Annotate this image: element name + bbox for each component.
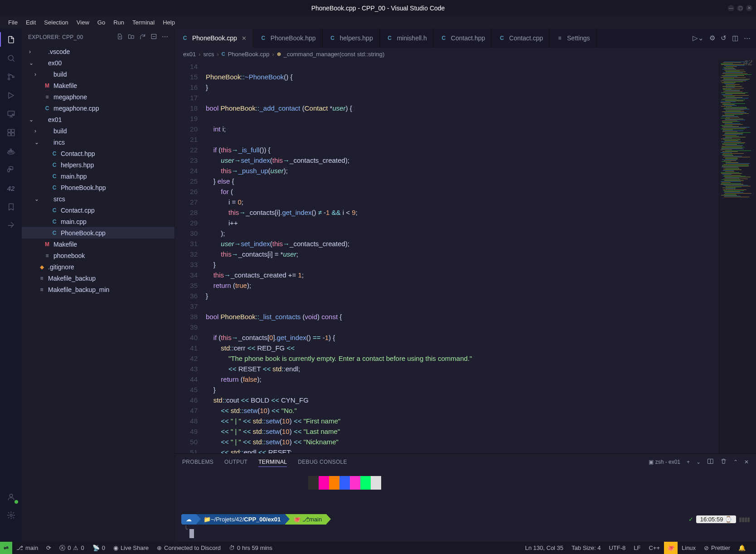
tree-item[interactable]: ›build — [22, 125, 174, 136]
tree-item[interactable]: ›build — [22, 68, 174, 80]
editor-tab[interactable]: Chelpers.hpp — [323, 29, 380, 48]
bc-seg[interactable]: _command_manager(const std::string) — [284, 51, 385, 58]
tree-item[interactable]: CPhoneBook.cpp — [22, 227, 174, 238]
menu-view[interactable]: View — [73, 18, 93, 27]
chevron-up-icon[interactable]: ⌃ — [733, 459, 738, 465]
trash-icon[interactable] — [720, 458, 727, 466]
editor-tab[interactable]: CPhoneBook.cpp✕ — [175, 29, 253, 48]
minimap[interactable]: 42 — [719, 60, 756, 453]
explorer-icon[interactable] — [5, 33, 17, 46]
close-button[interactable]: ✕ — [746, 5, 752, 11]
scm-icon[interactable] — [5, 70, 17, 83]
tab-size[interactable]: Tab Size: 4 — [567, 542, 605, 554]
tree-item[interactable]: ≡Makefile_backup — [22, 272, 174, 284]
tree-item[interactable]: Cmain.hpp — [22, 170, 174, 182]
tree-item[interactable]: MMakefile — [22, 238, 174, 250]
menu-go[interactable]: Go — [94, 18, 109, 27]
split-icon[interactable] — [707, 458, 714, 466]
problems-indicator[interactable]: ⓧ0⚠0 — [55, 542, 88, 554]
tree-item[interactable]: CPhoneBook.hpp — [22, 182, 174, 193]
docker-icon[interactable] — [5, 145, 17, 157]
menu-help[interactable]: Help — [159, 18, 179, 27]
close-panel-icon[interactable]: ✕ — [744, 459, 749, 465]
more-icon[interactable]: ⋯ — [162, 33, 168, 41]
tree-item[interactable]: ≡megaphone — [22, 91, 174, 102]
panel-terminal[interactable]: TERMINAL — [258, 459, 287, 467]
bc-seg[interactable]: PhoneBook.cpp — [228, 51, 270, 58]
remote-explorer-icon[interactable] — [5, 107, 17, 120]
forty-two-icon[interactable]: 42 — [5, 182, 17, 194]
code-editor[interactable]: 1415161718192021222324252627282930313233… — [175, 60, 756, 453]
tree-item[interactable]: CContact.hpp — [22, 148, 174, 159]
terminal-prompt[interactable]: ☁ 📁 ~/Projets/42/CPP_00/ex01 🐙 ⎇ main ✓ … — [181, 514, 750, 525]
minimize-button[interactable]: — — [728, 5, 734, 11]
refresh-icon[interactable] — [139, 33, 146, 41]
accounts-icon[interactable] — [5, 490, 17, 503]
tree-item[interactable]: CContact.cpp — [22, 204, 174, 216]
tree-item[interactable]: ≡phonebook — [22, 250, 174, 261]
tree-item[interactable]: Chelpers.hpp — [22, 159, 174, 170]
panel-debug[interactable]: DEBUG CONSOLE — [298, 459, 347, 465]
remote-indicator[interactable]: ⇌ — [0, 542, 12, 554]
settings-icon[interactable] — [5, 509, 17, 521]
tree-item[interactable]: ◆.gitignore — [22, 261, 174, 272]
ports-indicator[interactable]: 📡0 — [88, 542, 109, 554]
tree-item[interactable]: ›.vscode — [22, 46, 174, 57]
editor-tab[interactable]: Cminishell.h — [380, 29, 434, 48]
sync-button[interactable]: ⟳ — [42, 542, 55, 554]
tree-item[interactable]: ⌄srcs — [22, 193, 174, 204]
debug-icon[interactable] — [5, 89, 17, 102]
tree-item[interactable]: MMakefile — [22, 80, 174, 91]
branch-indicator[interactable]: ⎇main — [12, 542, 42, 554]
copilot-indicator[interactable]: 🐙 — [664, 542, 678, 554]
menu-file[interactable]: File — [5, 18, 21, 27]
language-mode[interactable]: C++ — [645, 542, 664, 554]
menu-edit[interactable]: Edit — [22, 18, 39, 27]
editor-tab[interactable]: CPhoneBook.hpp — [253, 29, 323, 48]
menu-run[interactable]: Run — [110, 18, 128, 27]
file-tree[interactable]: ›.vscode⌄ex00›buildMMakefile≡megaphoneCm… — [22, 46, 174, 542]
menu-terminal[interactable]: Terminal — [129, 18, 158, 27]
extensions-icon[interactable] — [5, 126, 17, 139]
os-indicator[interactable]: Linux — [678, 542, 700, 554]
tree-item[interactable]: ⌄ex00 — [22, 57, 174, 68]
editor-tab[interactable]: ≡Settings — [550, 29, 597, 48]
split-editor-icon[interactable]: ◫ — [732, 34, 738, 42]
panel-problems[interactable]: PROBLEMS — [182, 459, 213, 465]
prettier-indicator[interactable]: ⊘Prettier — [700, 542, 734, 554]
tree-item[interactable]: Cmegaphone.cpp — [22, 102, 174, 114]
timer-indicator[interactable]: ⏱0 hrs 59 mins — [225, 542, 276, 554]
collapse-icon[interactable] — [150, 33, 157, 41]
gear-icon[interactable]: ⚙ — [709, 34, 715, 42]
chevron-down-icon[interactable]: ⌄ — [696, 459, 701, 465]
breadcrumb[interactable]: ex01› srcs› CPhoneBook.cpp› ⊕_command_ma… — [175, 48, 756, 60]
menu-selection[interactable]: Selection — [40, 18, 72, 27]
editor-tab[interactable]: CContact.hpp — [434, 29, 492, 48]
run-icon[interactable]: ▷⌄ — [693, 34, 704, 42]
panel-output[interactable]: OUTPUT — [224, 459, 247, 465]
more-icon[interactable]: ⋯ — [744, 34, 751, 42]
tree-item[interactable]: Cmain.cpp — [22, 216, 174, 227]
cursor-position[interactable]: Ln 130, Col 35 — [521, 542, 568, 554]
tree-item[interactable]: ⌄incs — [22, 136, 174, 148]
bc-seg[interactable]: ex01 — [183, 51, 196, 58]
new-terminal-icon[interactable]: + — [687, 459, 690, 465]
bookmark-icon[interactable] — [5, 200, 17, 213]
search-icon[interactable] — [5, 52, 17, 64]
new-folder-icon[interactable] — [128, 33, 135, 41]
notifications-icon[interactable]: 🔔 — [734, 542, 750, 554]
python-icon[interactable] — [5, 163, 17, 176]
tree-item[interactable]: ≡Makefile_backup_min — [22, 284, 174, 295]
history-icon[interactable]: ↺ — [721, 34, 727, 42]
liveshare-icon[interactable] — [5, 219, 17, 232]
terminal-picker[interactable]: ▣ zsh - ex01 — [649, 459, 680, 465]
new-file-icon[interactable] — [116, 33, 123, 41]
eol[interactable]: LF — [630, 542, 645, 554]
encoding[interactable]: UTF-8 — [605, 542, 630, 554]
tree-item[interactable]: ⌄ex01 — [22, 114, 174, 125]
bc-seg[interactable]: srcs — [204, 51, 214, 58]
liveshare-indicator[interactable]: ◉Live Share — [109, 542, 153, 554]
discord-indicator[interactable]: ⊕Connected to Discord — [153, 542, 225, 554]
editor-tab[interactable]: CContact.cpp — [492, 29, 550, 48]
maximize-button[interactable]: ▢ — [737, 5, 743, 11]
